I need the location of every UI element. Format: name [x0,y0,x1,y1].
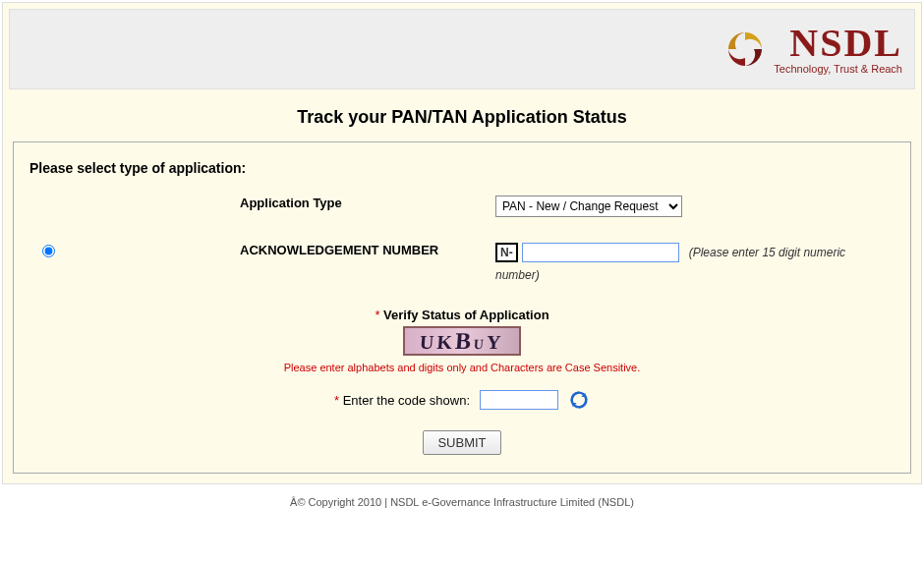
app-type-label: Application Type [73,196,495,210]
page-container: NSDL Technology, Trust & Reach Track you… [2,2,922,484]
captcha-image: UKBUY [403,326,521,356]
form-instruction: Please select type of application: [24,160,900,176]
ack-prefix: N- [495,243,518,262]
captcha-note: Please enter alphabets and digits only a… [24,362,900,373]
submit-button[interactable]: SUBMIT [423,430,500,455]
row-ack-number: ACKNOWLEDGEMENT NUMBER N- (Please enter … [24,243,900,282]
ack-input[interactable] [522,243,679,262]
captcha-input[interactable] [480,390,558,410]
required-asterisk: * [375,308,383,322]
header-bar: NSDL Technology, Trust & Reach [9,9,915,89]
row-app-type: Application Type PAN - New / Change Requ… [24,196,900,217]
ack-radio[interactable] [42,245,55,257]
refresh-icon[interactable] [568,389,590,411]
ack-hint-below: number) [495,268,900,282]
required-asterisk-2: * [334,393,343,408]
page-title: Track your PAN/TAN Application Status [9,89,915,141]
app-type-select[interactable]: PAN - New / Change Request [495,196,682,217]
logo-tagline: Technology, Trust & Reach [774,63,902,75]
logo: NSDL Technology, Trust & Reach [724,24,902,75]
code-row: * Enter the code shown: [24,389,900,411]
code-label: Enter the code shown: [343,393,470,408]
logo-name: NSDL [789,24,902,63]
footer-copyright: Â© Copyright 2010 | NSDL e-Governance In… [0,486,924,508]
captcha-text: UKBUY [419,328,504,355]
logo-swirl-icon [724,28,766,70]
verify-title: Verify Status of Application [383,308,549,322]
ack-hint-inline: (Please enter 15 digit numeric [689,246,845,259]
form-box: Please select type of application: Appli… [13,141,911,474]
ack-label: ACKNOWLEDGEMENT NUMBER [73,243,495,257]
verify-section: * Verify Status of Application UKBUY Ple… [24,308,900,455]
